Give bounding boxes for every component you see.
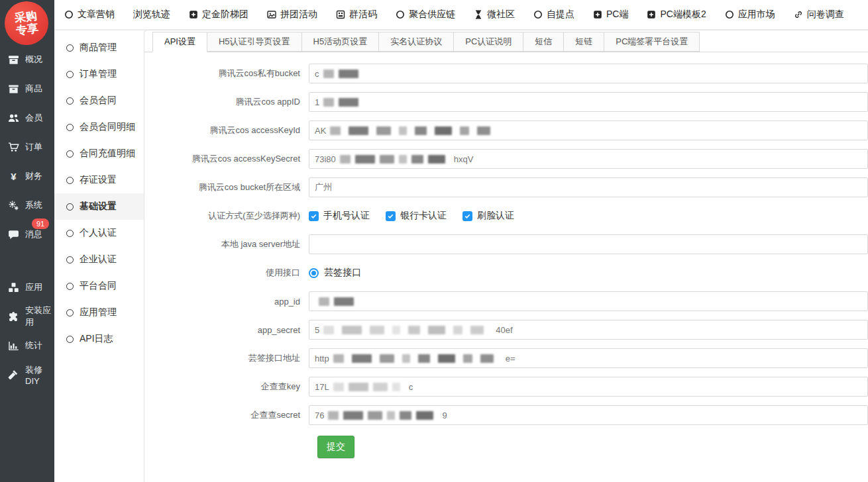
radio-label: 芸签接口: [324, 267, 361, 279]
submenu-item-product-management[interactable]: 商品管理: [54, 34, 144, 61]
submenu-item-enterprise-auth[interactable]: 企业认证: [54, 246, 144, 273]
sidebar-item-products[interactable]: 商品: [0, 81, 54, 97]
nav-item-pc[interactable]: PC端: [593, 9, 628, 21]
nav-item-label: 浏览轨迹: [133, 9, 170, 21]
redacted-value: [330, 126, 498, 135]
nav-item-pc-template2[interactable]: PC端模板2: [647, 9, 706, 21]
sidebar-item-label: 安装应用: [25, 305, 54, 328]
qcc-key-input[interactable]: 17L c: [309, 377, 868, 397]
nav-item-group-activity[interactable]: 拼团活动: [267, 9, 317, 21]
qcc-secret-input[interactable]: 76 9: [309, 405, 868, 425]
tab-shortlink[interactable]: 短链: [563, 32, 604, 52]
cos-access-key-secret-input[interactable]: 73i80 hxqV: [309, 149, 868, 169]
tab-pc-auth-desc[interactable]: PC认证说明: [453, 32, 523, 52]
sidebar-item-decorate-diy[interactable]: 装修DIY: [0, 367, 54, 383]
sidebar-item-finance[interactable]: ¥ 财务: [0, 168, 54, 184]
nav-item-label: 定金阶梯团: [202, 9, 248, 21]
cos-appid-input[interactable]: 1: [309, 92, 868, 112]
nav-item-label: 聚合供应链: [409, 9, 455, 21]
form-row: 本地 java server地址: [144, 234, 868, 254]
sidebar-item-overview[interactable]: 概况: [0, 52, 54, 68]
sidebar-item-stats[interactable]: 统计: [0, 338, 54, 354]
cos-access-key-id-input[interactable]: AK: [309, 120, 868, 140]
nav-item-deposit-ladder-group[interactable]: 定金阶梯团: [189, 9, 248, 21]
nav-item-browse-history[interactable]: 浏览轨迹: [133, 9, 170, 21]
nav-item-label: 问卷调查: [807, 9, 844, 21]
app-id-input[interactable]: [309, 291, 868, 311]
submenu-item-label: 企业认证: [80, 254, 117, 265]
submenu-item-evidence-settings[interactable]: 存证设置: [54, 167, 144, 193]
nav-item-app-market[interactable]: 应用市场: [725, 9, 775, 21]
nav-item-article-marketing[interactable]: 文章营销: [64, 9, 115, 21]
form-actions: 提交: [317, 436, 868, 458]
submenu-item-label: 应用管理: [80, 307, 117, 318]
cos-private-bucket-input[interactable]: c: [309, 64, 868, 83]
hourglass-icon: [474, 10, 483, 19]
checkbox-bankcard-auth[interactable]: 银行卡认证: [386, 210, 447, 222]
app-secret-input[interactable]: 5 40ef: [309, 320, 868, 340]
sidebar-item-orders[interactable]: 订单: [0, 139, 54, 155]
tab-sms[interactable]: 短信: [523, 32, 564, 52]
checkbox-phone-auth[interactable]: 手机号认证: [309, 210, 370, 222]
tab-realname-agreement[interactable]: 实名认证协议: [378, 32, 454, 52]
checkbox-checked-icon: [462, 211, 472, 221]
nav-item-group-qrcode[interactable]: 群活码: [336, 9, 377, 21]
field-label: 腾讯云cos accessKeyId: [144, 124, 309, 136]
sidebar-item-members[interactable]: 会员: [0, 110, 54, 126]
tab-pc-sign-platform[interactable]: PC端签署平台设置: [604, 32, 700, 52]
submenu-item-app-management[interactable]: 应用管理: [54, 299, 144, 326]
sidebar-item-label: 订单: [25, 141, 42, 153]
image-icon: [267, 10, 276, 19]
sidebar-item-messages[interactable]: 消息 91: [0, 226, 54, 242]
submit-button[interactable]: 提交: [317, 436, 354, 458]
submenu-item-platform-contract[interactable]: 平台合同: [54, 273, 144, 299]
auth-method-checkbox-group: 手机号认证 银行卡认证 刷脸认证: [309, 210, 514, 222]
nav-item-label: PC端: [606, 9, 628, 21]
nav-item-supply-chain[interactable]: 聚合供应链: [396, 9, 455, 21]
brand-logo-text: 采购专享: [14, 9, 39, 37]
sidebar-item-apps[interactable]: 应用: [0, 279, 54, 295]
brand-logo[interactable]: 采购专享: [5, 1, 48, 45]
circle-bullet-icon: [66, 177, 74, 184]
sidebar-item-label: 系统: [25, 199, 42, 211]
nav-item-micro-community[interactable]: 微社区: [474, 9, 515, 21]
value-suffix: 9: [442, 410, 447, 420]
yunsign-url-input[interactable]: http e=: [309, 348, 868, 368]
tab-h5-auth-guide[interactable]: H5认证引导页设置: [207, 32, 302, 52]
cos-bucket-region-input[interactable]: 广州: [309, 177, 868, 197]
value-prefix: http: [315, 354, 329, 363]
checkbox-checked-icon: [386, 211, 396, 221]
submenu-item-basic-settings[interactable]: 基础设置: [54, 193, 144, 220]
submenu-item-api-log[interactable]: API日志: [54, 326, 144, 352]
nav-item-label: 应用市场: [738, 9, 775, 21]
redacted-value: [319, 297, 358, 306]
field-label: 腾讯云cos accessKeySecret: [144, 153, 309, 165]
submenu-item-label: 合同充值明细: [80, 148, 135, 160]
submenu-item-order-management[interactable]: 订单管理: [54, 61, 144, 87]
submenu-item-label: 商品管理: [80, 42, 117, 54]
sidebar-item-install-apps[interactable]: 安装应用: [0, 309, 54, 324]
submenu-item-member-contract-detail[interactable]: 会员合同明细: [54, 114, 144, 140]
form-row: 腾讯云cos accessKeySecret 73i80 hxqV: [144, 149, 868, 169]
circle-bullet-icon: [66, 71, 74, 78]
nav-item-pickup-point[interactable]: 自提点: [533, 9, 574, 21]
tab-h5-activity[interactable]: H5活动页设置: [301, 32, 380, 52]
java-server-input[interactable]: [309, 234, 868, 254]
checkbox-face-auth[interactable]: 刷脸认证: [462, 210, 514, 222]
submenu-item-personal-auth[interactable]: 个人认证: [54, 220, 144, 246]
plus-square-icon: [647, 10, 656, 19]
tab-api-settings[interactable]: API设置: [152, 32, 207, 52]
sidebar-item-system[interactable]: 系统: [0, 197, 54, 213]
field-label: 使用接口: [144, 267, 309, 279]
redacted-value: [333, 383, 405, 391]
nav-item-survey[interactable]: 问卷调查: [794, 9, 844, 21]
submenu-item-member-contract[interactable]: 会员合同: [54, 87, 144, 114]
sidebar-item-label: 统计: [25, 340, 42, 352]
value-prefix: AK: [315, 126, 326, 136]
value-prefix: 76: [315, 410, 324, 420]
gears-icon: [8, 200, 19, 211]
submenu-item-contract-recharge-detail[interactable]: 合同充值明细: [54, 140, 144, 167]
field-value: 广州: [315, 181, 332, 193]
submenu-item-label: 个人认证: [80, 227, 117, 239]
radio-yunsign-interface[interactable]: 芸签接口: [309, 267, 361, 279]
